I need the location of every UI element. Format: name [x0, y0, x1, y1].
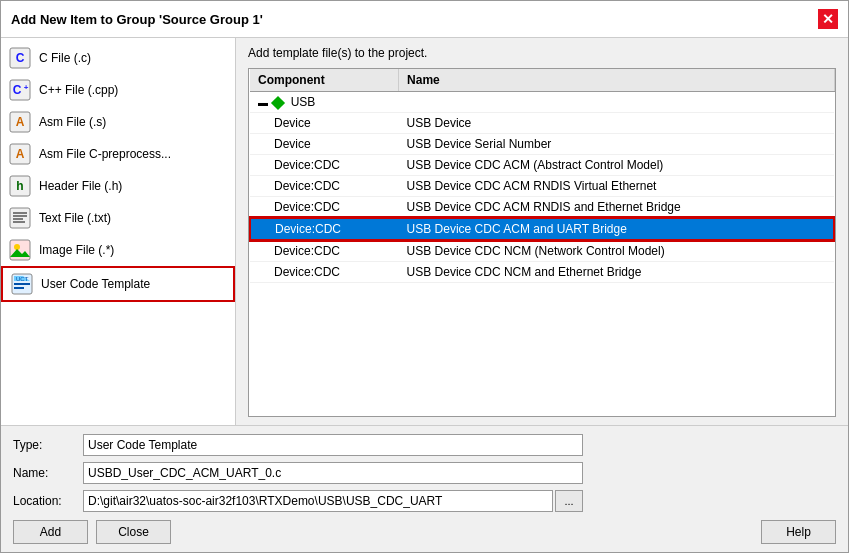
left-panel: C C File (.c) C + C++ File (.cpp): [1, 38, 236, 425]
row-component: ▬ USB: [250, 92, 399, 113]
row-component: Device:CDC: [250, 262, 399, 283]
dialog: Add New Item to Group 'Source Group 1' ✕…: [0, 0, 849, 553]
name-input[interactable]: [83, 462, 583, 484]
svg-text:+: +: [24, 83, 29, 92]
left-item-image-file[interactable]: Image File (.*): [1, 234, 235, 266]
row-component: Device: [250, 113, 399, 134]
expand-icon: ▬: [258, 97, 268, 108]
svg-rect-21: [14, 287, 24, 289]
svg-text:A: A: [16, 115, 25, 129]
row-name: USB Device CDC ACM RNDIS and Ethernet Br…: [399, 197, 834, 219]
image-file-icon: [9, 239, 31, 261]
table-row[interactable]: Device USB Device: [250, 113, 834, 134]
location-label: Location:: [13, 494, 83, 508]
c-file-label: C File (.c): [39, 51, 91, 65]
name-label: Name:: [13, 466, 83, 480]
primary-actions: Add Close: [13, 520, 171, 544]
text-file-label: Text File (.txt): [39, 211, 111, 225]
svg-text:UCT: UCT: [16, 276, 29, 282]
row-name: USB Device Serial Number: [399, 134, 834, 155]
table-row[interactable]: ▬ USB: [250, 92, 834, 113]
svg-rect-11: [10, 208, 30, 228]
help-button[interactable]: Help: [761, 520, 836, 544]
left-item-c-file[interactable]: C C File (.c): [1, 42, 235, 74]
usb-diamond-icon: [271, 96, 285, 110]
table-row[interactable]: Device:CDC USB Device CDC ACM (Abstract …: [250, 155, 834, 176]
header-file-label: Header File (.h): [39, 179, 122, 193]
panel-hint: Add template file(s) to the project.: [248, 46, 836, 60]
asm-preprocess-label: Asm File C-preprocess...: [39, 147, 171, 161]
row-component: Device: [250, 134, 399, 155]
row-component: Device:CDC: [250, 155, 399, 176]
cpp-file-label: C++ File (.cpp): [39, 83, 118, 97]
row-component: Device:CDC: [250, 197, 399, 219]
browse-button[interactable]: ...: [555, 490, 583, 512]
close-button[interactable]: Close: [96, 520, 171, 544]
location-input-group: ...: [83, 490, 583, 512]
row-name: USB Device: [399, 113, 834, 134]
table-row[interactable]: Device:CDC USB Device CDC NCM (Network C…: [250, 240, 834, 262]
table-row[interactable]: Device:CDC USB Device CDC NCM and Ethern…: [250, 262, 834, 283]
row-name: USB Device CDC ACM (Abstract Control Mod…: [399, 155, 834, 176]
table-row[interactable]: Device:CDC USB Device CDC ACM RNDIS Virt…: [250, 176, 834, 197]
cpp-file-icon: C +: [9, 79, 31, 101]
row-name: USB Device CDC NCM and Ethernet Bridge: [399, 262, 834, 283]
row-component-selected: Device:CDC: [250, 218, 399, 240]
title-bar: Add New Item to Group 'Source Group 1' ✕: [1, 1, 848, 38]
template-table[interactable]: Component Name ▬ USB: [248, 68, 836, 417]
text-file-icon: [9, 207, 31, 229]
c-file-icon: C: [9, 47, 31, 69]
svg-rect-20: [14, 283, 30, 285]
name-row: Name:: [13, 462, 836, 484]
row-name-selected: USB Device CDC ACM and UART Bridge: [399, 218, 834, 240]
col-component: Component: [250, 69, 399, 92]
content-area: C C File (.c) C + C++ File (.cpp): [1, 38, 848, 425]
svg-text:A: A: [16, 147, 25, 161]
left-item-cpp-file[interactable]: C + C++ File (.cpp): [1, 74, 235, 106]
dialog-title: Add New Item to Group 'Source Group 1': [11, 12, 263, 27]
type-row: Type:: [13, 434, 836, 456]
row-name: USB Device CDC NCM (Network Control Mode…: [399, 240, 834, 262]
svg-text:C: C: [16, 51, 25, 65]
header-file-icon: h: [9, 175, 31, 197]
left-item-asm-file[interactable]: A Asm File (.s): [1, 106, 235, 138]
location-input[interactable]: [83, 490, 553, 512]
asm-file-label: Asm File (.s): [39, 115, 106, 129]
type-input[interactable]: [83, 434, 583, 456]
bottom-form: Type: Name: Location: ... Add Close Help: [1, 425, 848, 552]
image-file-label: Image File (.*): [39, 243, 114, 257]
asm-file-icon: A: [9, 111, 31, 133]
row-name: [399, 92, 834, 113]
table-row[interactable]: Device USB Device Serial Number: [250, 134, 834, 155]
row-component: Device:CDC: [250, 176, 399, 197]
close-dialog-button[interactable]: ✕: [818, 9, 838, 29]
right-panel: Add template file(s) to the project. Com…: [236, 38, 848, 425]
left-item-user-code-template[interactable]: UCT User Code Template: [1, 266, 235, 302]
col-name: Name: [399, 69, 834, 92]
help-group: Help: [761, 520, 836, 544]
left-item-text-file[interactable]: Text File (.txt): [1, 202, 235, 234]
user-code-template-label: User Code Template: [41, 277, 150, 291]
asm-preprocess-icon: A: [9, 143, 31, 165]
user-code-template-icon: UCT: [11, 273, 33, 295]
row-name: USB Device CDC ACM RNDIS Virtual Etherne…: [399, 176, 834, 197]
left-item-asm-preprocess[interactable]: A Asm File C-preprocess...: [1, 138, 235, 170]
action-buttons: Add Close Help: [13, 520, 836, 544]
row-component: Device:CDC: [250, 240, 399, 262]
table-row[interactable]: Device:CDC USB Device CDC ACM RNDIS and …: [250, 197, 834, 219]
svg-text:h: h: [16, 179, 23, 193]
location-row: Location: ...: [13, 490, 836, 512]
svg-text:C: C: [13, 83, 22, 97]
add-button[interactable]: Add: [13, 520, 88, 544]
left-item-header-file[interactable]: h Header File (.h): [1, 170, 235, 202]
type-label: Type:: [13, 438, 83, 452]
table-row-selected[interactable]: Device:CDC USB Device CDC ACM and UART B…: [250, 218, 834, 240]
